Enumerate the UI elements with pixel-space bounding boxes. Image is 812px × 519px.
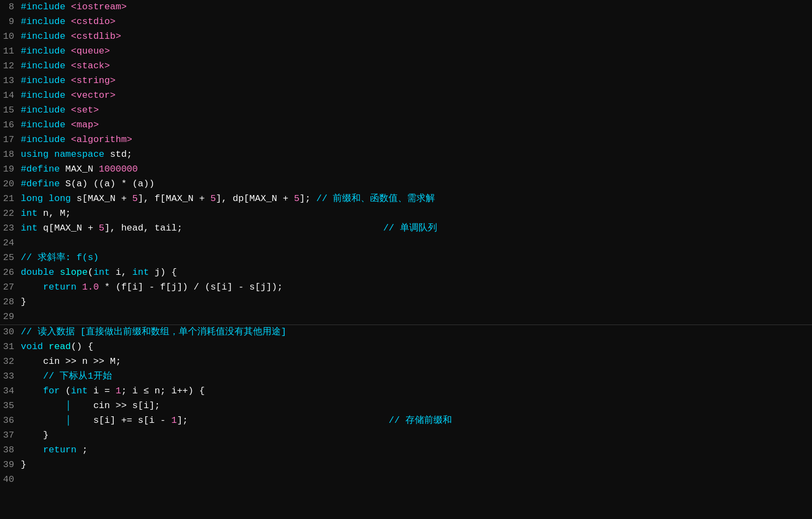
line-number: 29 — [0, 310, 21, 324]
token — [66, 2, 71, 12]
token: #include — [21, 105, 66, 115]
token: for — [43, 386, 60, 396]
line-number: 27 — [0, 280, 21, 294]
token: ], f[MAX_N + — [138, 193, 210, 204]
code-line: 20#define S(a) ((a) * (a)) — [0, 177, 812, 192]
token: ; — [127, 149, 132, 160]
token: #include — [21, 120, 66, 130]
line-content: void read() { — [21, 340, 812, 354]
token: ; — [77, 445, 87, 455]
token: <vector> — [71, 90, 116, 101]
token: // 单调队列 — [383, 223, 437, 233]
token — [21, 282, 43, 292]
line-number: 36 — [0, 414, 21, 428]
line-content — [21, 236, 812, 250]
code-line: 13#include <string> — [0, 74, 812, 89]
token: ], head, tail; — [104, 223, 383, 233]
code-line: 36 │ s[i] += s[i - 1]; // 存储前缀和 — [0, 414, 812, 428]
line-content: #include <set> — [21, 103, 812, 117]
token: #include — [21, 75, 66, 86]
code-line: 39} — [0, 458, 812, 473]
token: #include — [21, 16, 66, 27]
line-number: 25 — [0, 251, 21, 265]
token: int — [71, 386, 88, 396]
line-content: double slope(int i, int j) { — [21, 266, 812, 280]
code-line: 40 — [0, 473, 812, 487]
token: ]; — [177, 415, 389, 426]
code-line: 19#define MAX_N 1000000 — [0, 162, 812, 177]
token: 5 — [210, 193, 216, 204]
line-content: // 读入数据 [直接做出前缀和数组，单个消耗值没有其他用途] — [21, 325, 812, 339]
code-line: 26double slope(int i, int j) { — [0, 266, 812, 280]
token — [43, 193, 49, 204]
token: int — [21, 208, 38, 219]
code-line: 32 cin >> n >> M; — [0, 355, 812, 369]
code-line: 17#include <algorithm> — [0, 133, 812, 148]
token: // 下标从1开始 — [43, 371, 112, 381]
line-content: } — [21, 458, 812, 472]
token: namespace — [54, 149, 104, 160]
token: <cstdlib> — [71, 31, 121, 42]
token — [66, 120, 71, 130]
line-number: 24 — [0, 236, 21, 250]
token: │ — [66, 415, 71, 426]
line-number: 8 — [0, 0, 21, 14]
line-number: 16 — [0, 118, 21, 132]
token: return — [43, 282, 77, 292]
code-line: 22int n, M; — [0, 207, 812, 221]
token: #include — [21, 31, 66, 42]
line-content: │ cin >> s[i]; — [21, 399, 812, 413]
token: // 读入数据 [直接做出前缀和数组，单个消耗值没有其他用途] — [21, 327, 286, 337]
line-number: 26 — [0, 266, 21, 280]
token: │ — [66, 400, 71, 411]
code-line: 30// 读入数据 [直接做出前缀和数组，单个消耗值没有其他用途] — [0, 325, 812, 340]
line-content: #include <stack> — [21, 59, 812, 73]
code-line: 10#include <cstdlib> — [0, 30, 812, 44]
token: <cstdio> — [71, 16, 116, 27]
line-content: } — [21, 428, 812, 443]
token — [54, 267, 60, 278]
line-content: #define MAX_N 1000000 — [21, 162, 812, 176]
token: ( — [60, 386, 70, 396]
line-number: 23 — [0, 221, 21, 235]
token: S(a) ((a) — [60, 179, 121, 189]
token: * — [121, 179, 127, 189]
line-content — [21, 473, 812, 487]
line-number: 34 — [0, 384, 21, 398]
token: } — [21, 297, 26, 307]
token: double — [21, 267, 54, 278]
line-content: #include <map> — [21, 118, 812, 132]
line-content: return ; — [21, 443, 812, 457]
line-content: return 1.0 * (f[i] - f[j]) / (s[i] - s[j… — [21, 280, 812, 294]
line-content: #include <vector> — [21, 89, 812, 103]
code-line: 14#include <vector> — [0, 89, 812, 103]
token: (a)) — [127, 179, 155, 189]
token: int — [132, 267, 149, 278]
token — [66, 46, 71, 56]
code-line: 8#include <iostream> — [0, 0, 812, 15]
token: 1 — [171, 415, 176, 426]
token: return — [43, 445, 77, 455]
code-line: 15#include <set> — [0, 103, 812, 118]
token — [66, 134, 71, 145]
token: #include — [21, 134, 66, 145]
code-line: 37 } — [0, 428, 812, 443]
line-number: 35 — [0, 399, 21, 413]
token: cin >> n >> M; — [21, 356, 121, 367]
line-number: 22 — [0, 207, 21, 221]
line-content: // 下标从1开始 — [21, 369, 812, 384]
token — [21, 415, 66, 426]
token — [66, 75, 71, 86]
line-content: #include <algorithm> — [21, 133, 812, 147]
token: } — [21, 430, 49, 440]
token: read — [49, 341, 71, 352]
code-line: 11#include <queue> — [0, 44, 812, 59]
line-content: } — [21, 295, 812, 309]
token: // 前缀和、函数值、需求解 — [316, 193, 436, 204]
line-number: 13 — [0, 74, 21, 88]
token — [43, 341, 49, 352]
token: <string> — [71, 75, 116, 86]
code-line: 27 return 1.0 * (f[i] - f[j]) / (s[i] - … — [0, 280, 812, 295]
line-content — [21, 310, 812, 324]
line-number: 39 — [0, 458, 21, 472]
